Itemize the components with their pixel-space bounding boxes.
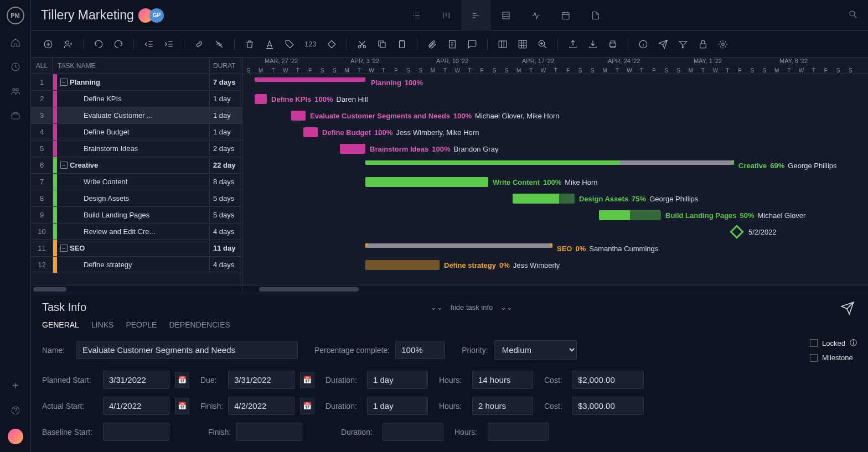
tag-icon[interactable] <box>282 37 297 51</box>
duration-input[interactable] <box>367 371 428 389</box>
task-row[interactable]: 3 Evaluate Customer ... 1 day <box>31 107 242 124</box>
notes-icon[interactable] <box>445 37 459 51</box>
col-duration[interactable]: DURAT <box>210 58 242 74</box>
add-task-icon[interactable] <box>41 37 55 51</box>
calendar-icon[interactable]: 📅 <box>300 398 314 414</box>
clock-icon[interactable] <box>9 61 22 73</box>
finish-input[interactable] <box>228 397 294 415</box>
duration2-input[interactable] <box>367 397 428 415</box>
calendar-icon[interactable]: 📅 <box>175 398 189 414</box>
send-plane-icon[interactable] <box>840 301 855 317</box>
filter-icon[interactable] <box>676 37 690 51</box>
file-view-icon[interactable] <box>581 0 611 31</box>
delete-icon[interactable] <box>242 37 257 51</box>
user-avatar[interactable] <box>8 429 23 444</box>
attach-icon[interactable] <box>425 37 440 51</box>
help-icon[interactable] <box>9 404 22 417</box>
wbs-label[interactable]: 123 <box>302 38 319 50</box>
task-row[interactable]: 5 Brainstorm Ideas 2 days <box>31 141 242 157</box>
export-icon[interactable] <box>566 37 580 51</box>
task-row[interactable]: 7 Write Content 8 days <box>31 174 242 190</box>
task-row[interactable]: 9 Build Landing Pages 5 days <box>31 207 242 224</box>
tab-general[interactable]: GENERAL <box>42 320 79 329</box>
settings-icon[interactable] <box>716 37 730 51</box>
name-input[interactable] <box>76 341 298 359</box>
pct-input[interactable] <box>395 341 445 359</box>
home-icon[interactable] <box>9 37 22 49</box>
search-icon[interactable] <box>848 9 858 21</box>
svg-point-9 <box>66 41 69 44</box>
gantt-scrollbar[interactable] <box>242 285 868 293</box>
tab-people[interactable]: PEOPLE <box>126 320 157 329</box>
milestone-icon[interactable] <box>324 37 339 51</box>
users-icon[interactable] <box>9 85 22 97</box>
send-icon[interactable] <box>656 37 670 51</box>
baseline-duration-input[interactable] <box>383 423 443 441</box>
indent-icon[interactable] <box>162 37 176 51</box>
link-icon[interactable] <box>192 37 206 51</box>
toolbar: 123 <box>31 31 868 58</box>
lock-icon[interactable] <box>696 37 710 51</box>
col-all[interactable]: ALL <box>31 58 53 74</box>
locked-checkbox[interactable]: Locked ⓘ <box>810 338 857 348</box>
task-row[interactable]: 2 Define KPIs 1 day <box>31 91 242 107</box>
comment-icon[interactable] <box>465 37 479 51</box>
hours2-input[interactable] <box>472 397 533 415</box>
unlink-icon[interactable] <box>212 37 226 51</box>
baseline-finish-input[interactable] <box>236 423 302 441</box>
board-view-icon[interactable] <box>431 0 461 31</box>
baseline-hours-input[interactable] <box>488 423 549 441</box>
task-row[interactable]: 10 Review and Edit Cre... 4 days <box>31 224 242 240</box>
svg-point-1 <box>12 89 15 91</box>
calendar-icon[interactable]: 📅 <box>300 372 314 388</box>
copy-icon[interactable] <box>375 37 389 51</box>
baseline-start-input[interactable] <box>103 423 169 441</box>
milestone-checkbox[interactable]: Milestone <box>810 354 857 362</box>
paste-icon[interactable] <box>395 37 409 51</box>
tab-links[interactable]: LINKS <box>91 320 113 329</box>
info-icon[interactable] <box>636 37 650 51</box>
zoom-icon[interactable] <box>535 37 550 51</box>
hours-input[interactable] <box>472 371 533 389</box>
grid-scrollbar[interactable] <box>31 285 242 293</box>
member-avatars[interactable]: GP <box>142 8 164 23</box>
task-row[interactable]: 6 −Creative 22 day <box>31 157 242 174</box>
task-row[interactable]: 1 −Planning 7 days <box>31 74 242 91</box>
briefcase-icon[interactable] <box>9 110 22 122</box>
calendar-icon[interactable]: 📅 <box>175 372 189 388</box>
svg-point-7 <box>850 11 855 16</box>
tab-dependencies[interactable]: DEPENDENCIES <box>169 320 230 329</box>
columns-icon[interactable] <box>495 37 510 51</box>
add-icon[interactable]: + <box>12 380 19 392</box>
assign-icon[interactable] <box>61 37 75 51</box>
undo-icon[interactable] <box>91 37 106 51</box>
actual-start-input[interactable] <box>103 397 169 415</box>
info-icon[interactable]: ⓘ <box>850 338 857 348</box>
print-icon[interactable] <box>606 37 620 51</box>
gantt-view-icon[interactable] <box>461 0 491 31</box>
list-view-icon[interactable] <box>401 0 431 31</box>
priority-select[interactable]: Medium <box>494 340 577 360</box>
due-input[interactable] <box>228 371 294 389</box>
font-icon[interactable] <box>262 37 277 51</box>
grid-icon[interactable] <box>515 37 530 51</box>
cost2-input[interactable] <box>572 397 644 415</box>
hide-task-info[interactable]: ⌄⌄hide task info⌄⌄ <box>431 303 513 311</box>
svg-rect-16 <box>519 40 526 48</box>
task-row[interactable]: 11 −SEO 11 day <box>31 240 242 257</box>
planned-start-input[interactable] <box>103 371 169 389</box>
redo-icon[interactable] <box>111 37 126 51</box>
sheet-view-icon[interactable] <box>491 0 521 31</box>
app-logo[interactable]: PM <box>7 7 24 24</box>
task-row[interactable]: 8 Design Assets 5 days <box>31 190 242 207</box>
task-row[interactable]: 12 Define strategy 4 days <box>31 257 242 273</box>
import-icon[interactable] <box>586 37 600 51</box>
cut-icon[interactable] <box>355 37 369 51</box>
outdent-icon[interactable] <box>142 37 156 51</box>
svg-rect-20 <box>700 44 706 48</box>
cost-input[interactable] <box>572 371 644 389</box>
calendar-view-icon[interactable] <box>551 0 581 31</box>
col-name[interactable]: TASK NAME <box>53 58 210 74</box>
workload-view-icon[interactable] <box>521 0 551 31</box>
task-row[interactable]: 4 Define Budget 1 day <box>31 124 242 141</box>
